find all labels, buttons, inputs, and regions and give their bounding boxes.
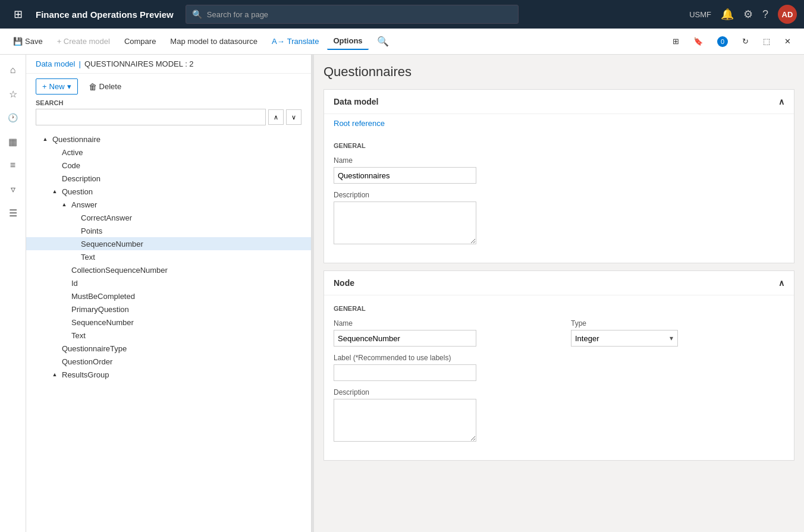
top-navigation: ⊞ Finance and Operations Preview 🔍 USMF … bbox=[0, 0, 804, 29]
create-model-button[interactable]: + Create model bbox=[51, 33, 116, 49]
top-nav-right: USMF 🔔 ⚙ ? AD bbox=[689, 5, 797, 24]
description-field-label: Description bbox=[334, 191, 784, 199]
global-search-bar[interactable]: 🔍 bbox=[186, 5, 519, 24]
tree-toggle-correctanswer bbox=[69, 213, 78, 222]
tree-item-active[interactable]: Active bbox=[26, 146, 311, 159]
type-select-wrapper: Integer String Real Boolean DateTime Enu… bbox=[571, 330, 678, 347]
app-title: Finance and Operations Preview bbox=[36, 10, 174, 20]
collapse-icon: ∧ bbox=[778, 97, 784, 106]
name-field-label: Name bbox=[334, 156, 784, 165]
plus-icon: + bbox=[42, 82, 47, 91]
node-description-textarea[interactable] bbox=[334, 399, 476, 442]
tree-item-text-question[interactable]: Text bbox=[26, 329, 311, 342]
badge-button[interactable]: 0 bbox=[711, 33, 734, 51]
data-model-card-body: GENERAL Name Description bbox=[324, 133, 794, 263]
root-reference-link[interactable]: Root reference bbox=[324, 114, 794, 133]
tree-item-code[interactable]: Code bbox=[26, 159, 311, 172]
tree-item-questionnaire[interactable]: ▲ Questionnaire bbox=[26, 133, 311, 146]
tree-toggle-answer[interactable]: ▲ bbox=[59, 200, 69, 209]
type-select[interactable]: Integer String Real Boolean DateTime Enu… bbox=[571, 330, 678, 347]
tree-item-mustbecompleted[interactable]: MustBeCompleted bbox=[26, 289, 311, 303]
breadcrumb-separator: | bbox=[78, 59, 80, 68]
tree-item-description[interactable]: Description bbox=[26, 172, 311, 185]
tree-toggle-questionnairetype bbox=[50, 344, 59, 353]
tree-toggle-resultsgroup[interactable]: ▲ bbox=[50, 370, 59, 379]
refresh-icon[interactable]: ↻ bbox=[736, 33, 755, 49]
search-prev-button[interactable]: ∧ bbox=[268, 109, 284, 125]
sidebar-filter-icon[interactable]: ▿ bbox=[2, 178, 24, 200]
tree-toggle-questionnaire[interactable]: ▲ bbox=[40, 134, 50, 144]
page-title: Questionnaires bbox=[324, 64, 794, 80]
tree-item-sequencenumber2[interactable]: SequenceNumber bbox=[26, 316, 311, 329]
notifications-icon[interactable]: 🔔 bbox=[721, 8, 734, 21]
tree-search-section: SEARCH ∧ ∨ bbox=[26, 99, 311, 130]
trash-icon: 🗑 bbox=[89, 82, 97, 92]
breadcrumb-data-model[interactable]: Data model bbox=[36, 59, 75, 68]
sidebar-favorites-icon[interactable]: ☆ bbox=[2, 83, 24, 105]
map-model-button[interactable]: Map model to datasource bbox=[164, 33, 263, 49]
data-model-card-header[interactable]: Data model ∧ bbox=[324, 90, 794, 114]
tree-item-primaryquestion[interactable]: PrimaryQuestion bbox=[26, 303, 311, 316]
translate-button[interactable]: A→ Translate bbox=[266, 33, 325, 49]
node-label-field-row: Label (*Recommended to use labels) bbox=[334, 354, 547, 381]
search-next-button[interactable]: ∨ bbox=[286, 109, 302, 125]
data-model-card: Data model ∧ Root reference GENERAL Name… bbox=[324, 89, 794, 263]
grid-menu-icon[interactable]: ⊞ bbox=[7, 4, 29, 25]
name-field-input[interactable] bbox=[334, 167, 476, 184]
breadcrumb-model-name: QUESTIONNAIRES MODEL : 2 bbox=[84, 59, 194, 68]
tree-item-questionorder[interactable]: QuestionOrder bbox=[26, 355, 311, 368]
cmd-right-icons: ⊞ 🔖 0 ↻ ⬚ ✕ bbox=[667, 33, 797, 51]
node-label-field-input[interactable] bbox=[334, 364, 476, 381]
tree-item-collectionsequencenumber[interactable]: CollectionSequenceNumber bbox=[26, 263, 311, 276]
pin-icon[interactable]: ⊞ bbox=[667, 33, 685, 49]
tree-item-answer[interactable]: ▲ Answer bbox=[26, 198, 311, 211]
sidebar-list-icon[interactable]: ≡ bbox=[2, 155, 24, 176]
type-field-label: Type bbox=[571, 319, 784, 328]
open-new-icon[interactable]: ⬚ bbox=[757, 33, 776, 49]
tree-toggle-text-question bbox=[59, 330, 69, 340]
general-section-label: GENERAL bbox=[334, 142, 784, 149]
tree-search-input[interactable] bbox=[36, 109, 266, 125]
close-icon[interactable]: ✕ bbox=[778, 33, 797, 49]
node-card-header[interactable]: Node ∧ bbox=[324, 271, 794, 295]
search-input[interactable] bbox=[207, 10, 512, 19]
sidebar-icons: ⌂ ☆ 🕐 ▦ ≡ ▿ ☰ bbox=[0, 55, 26, 532]
tree-toggle-id bbox=[59, 278, 69, 288]
tree-item-id[interactable]: Id bbox=[26, 276, 311, 289]
node-card: Node ∧ GENERAL Name Label (*Recommended … bbox=[324, 270, 794, 461]
node-description-field-label: Description bbox=[334, 388, 547, 396]
description-textarea[interactable] bbox=[334, 202, 476, 244]
tree-toggle-description bbox=[50, 174, 59, 183]
compare-button[interactable]: Compare bbox=[118, 33, 162, 49]
tree-item-correctanswer[interactable]: CorrectAnswer bbox=[26, 211, 311, 224]
settings-icon[interactable]: ⚙ bbox=[743, 8, 753, 21]
search-cmd-icon[interactable]: 🔍 bbox=[371, 32, 395, 51]
bookmark-icon[interactable]: 🔖 bbox=[687, 33, 709, 49]
sidebar-recent-icon[interactable]: 🕐 bbox=[2, 107, 24, 128]
description-field-row: Description bbox=[334, 191, 784, 246]
sidebar-hamburger-icon[interactable]: ☰ bbox=[2, 202, 24, 223]
save-button[interactable]: 💾 Save bbox=[7, 33, 49, 49]
delete-button[interactable]: 🗑 Delete bbox=[83, 79, 128, 95]
tree-item-questionnairetype[interactable]: QuestionnaireType bbox=[26, 342, 311, 355]
options-button[interactable]: Options bbox=[327, 33, 368, 50]
help-icon[interactable]: ? bbox=[762, 8, 768, 21]
tree-item-question[interactable]: ▲ Question bbox=[26, 185, 311, 198]
main-layout: ⌂ ☆ 🕐 ▦ ≡ ▿ ☰ Data model | QUESTIONNAIRE… bbox=[0, 55, 804, 532]
tree-toggle-question[interactable]: ▲ bbox=[50, 187, 59, 196]
sidebar-home-icon[interactable]: ⌂ bbox=[2, 59, 24, 81]
name-field-row: Name bbox=[334, 156, 784, 184]
type-field-row: Type Integer String Real Boolean DateTim… bbox=[571, 319, 784, 347]
node-name-field-input[interactable] bbox=[334, 330, 476, 347]
sidebar-workspaces-icon[interactable]: ▦ bbox=[2, 131, 24, 152]
avatar[interactable]: AD bbox=[778, 5, 797, 24]
tree-item-resultsgroup[interactable]: ▲ ResultsGroup bbox=[26, 368, 311, 381]
tree-item-sequencenumber-selected[interactable]: SequenceNumber bbox=[26, 237, 311, 250]
new-button[interactable]: + New ▾ bbox=[36, 78, 78, 95]
tree-toggle-text-answer bbox=[69, 252, 78, 262]
node-card-body: GENERAL Name Label (*Recommended to use … bbox=[324, 295, 794, 460]
command-bar: 💾 Save + Create model Compare Map model … bbox=[0, 29, 804, 55]
node-description-field-row: Description bbox=[334, 388, 547, 443]
tree-item-points[interactable]: Points bbox=[26, 224, 311, 237]
tree-item-text-answer[interactable]: Text bbox=[26, 250, 311, 263]
